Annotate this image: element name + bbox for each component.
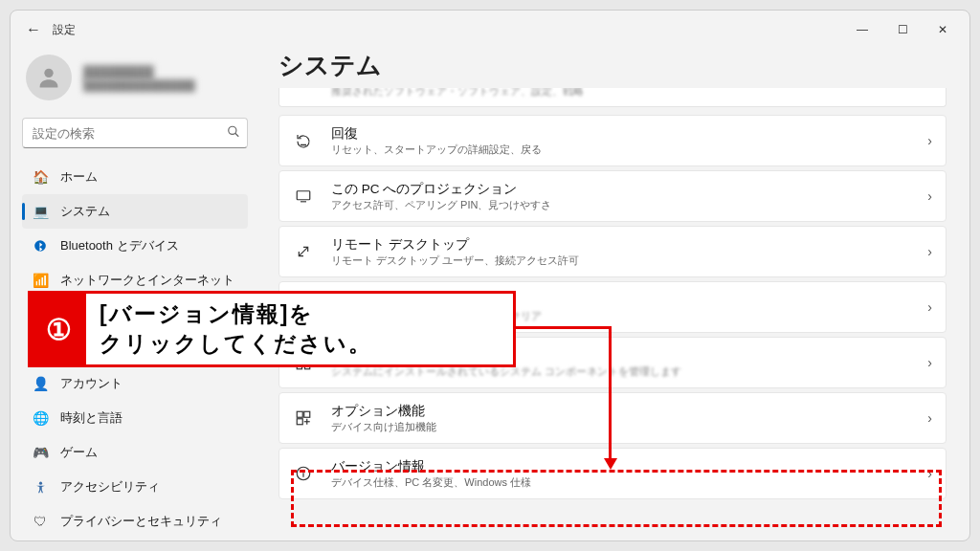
- nav-icon: [32, 239, 49, 253]
- window-controls: ― ☐ ✕: [843, 14, 962, 45]
- nav-label: ゲーム: [60, 444, 98, 461]
- titlebar: ← 設定 ― ☐ ✕: [11, 11, 969, 49]
- row-desc: アクセス許可、ペアリング PIN、見つけやすさ: [331, 198, 551, 212]
- sidebar-item-6[interactable]: 👤アカウント: [22, 366, 248, 401]
- app-title: 設定: [53, 22, 76, 38]
- chevron-right-icon: ›: [927, 188, 932, 204]
- row-desc: リモート デスクトップ ユーザー、接続アクセス許可: [331, 253, 579, 268]
- annotation-callout: ① [バージョン情報]を クリックしてください。: [28, 291, 516, 367]
- search-icon: [227, 125, 240, 142]
- search-wrap: [22, 118, 248, 148]
- nav-label: アカウント: [60, 375, 122, 392]
- chevron-right-icon: ›: [927, 299, 932, 315]
- cast-icon: [293, 187, 314, 205]
- chevron-right-icon: ›: [927, 133, 932, 148]
- nav-icon: 🎮: [32, 445, 49, 460]
- avatar: [26, 55, 72, 100]
- chevron-right-icon: ›: [927, 410, 932, 426]
- annotation-number: ①: [31, 294, 86, 364]
- profile-email: ███████████████: [83, 79, 195, 91]
- partial-desc: 推奨されたソフトウェア・ソフトウェア、設定、戦略: [331, 88, 584, 99]
- svg-point-1: [229, 126, 236, 134]
- info-icon: [293, 465, 314, 482]
- nav-icon: 🛡: [32, 514, 49, 529]
- setting-row-optional[interactable]: オプション機能デバイス向け追加機能›: [278, 392, 947, 444]
- row-desc: リセット、スタートアップの詳細設定、戻る: [331, 143, 542, 157]
- nav-icon: 🏠: [32, 169, 49, 185]
- nav-label: Bluetooth とデバイス: [60, 237, 179, 254]
- partial-previous-row[interactable]: 推奨されたソフトウェア・ソフトウェア、設定、戦略: [278, 88, 947, 107]
- svg-rect-5: [301, 144, 306, 146]
- sidebar-item-0[interactable]: 🏠ホーム: [22, 160, 248, 194]
- row-title: 回復: [331, 125, 542, 143]
- minimize-button[interactable]: ―: [843, 14, 881, 45]
- sidebar-item-8[interactable]: 🎮ゲーム: [22, 435, 248, 470]
- row-title: リモート デスクトップ: [331, 236, 579, 253]
- search-input[interactable]: [22, 118, 248, 148]
- svg-rect-6: [297, 191, 310, 200]
- nav-icon: 📶: [32, 273, 49, 288]
- row-desc: デバイス仕様、PC 名変更、Windows 仕様: [331, 475, 531, 490]
- row-title: オプション機能: [331, 403, 436, 420]
- maximize-button[interactable]: ☐: [883, 14, 922, 45]
- nav-icon: 👤: [32, 376, 49, 391]
- profile-text: ████████ ███████████████: [83, 65, 195, 91]
- nav-label: システム: [60, 203, 110, 220]
- setting-row-recovery[interactable]: 回復リセット、スタートアップの詳細設定、戻る›: [278, 115, 947, 166]
- row-title: バージョン情報: [331, 458, 531, 475]
- svg-rect-16: [304, 411, 310, 417]
- nav-icon: 💻: [32, 204, 49, 219]
- chevron-right-icon: ›: [927, 244, 932, 259]
- settings-window: ← 設定 ― ☐ ✕ ████████ ███████████████: [10, 10, 970, 541]
- setting-row-info[interactable]: バージョン情報デバイス仕様、PC 名変更、Windows 仕様›: [278, 448, 947, 499]
- sidebar-item-2[interactable]: Bluetooth とデバイス: [22, 229, 248, 263]
- sidebar-item-9[interactable]: アクセシビリティ: [22, 470, 248, 504]
- svg-point-22: [302, 470, 304, 472]
- svg-line-8: [299, 247, 307, 255]
- optional-icon: [293, 409, 314, 427]
- svg-rect-15: [297, 411, 302, 417]
- setting-row-cast[interactable]: この PC へのプロジェクションアクセス許可、ペアリング PIN、見つけやすさ›: [278, 170, 947, 222]
- recovery-icon: [293, 132, 314, 149]
- sidebar-item-7[interactable]: 🌐時刻と言語: [22, 401, 248, 435]
- svg-point-0: [44, 69, 53, 77]
- profile-block[interactable]: ████████ ███████████████: [22, 49, 248, 118]
- setting-row-remote[interactable]: リモート デスクトップリモート デスクトップ ユーザー、接続アクセス許可›: [278, 226, 947, 277]
- nav-label: ネットワークとインターネット: [60, 272, 234, 289]
- sidebar-item-10[interactable]: 🛡プライバシーとセキュリティ: [22, 504, 248, 539]
- sidebar-item-11[interactable]: 🔄Windows Update: [22, 539, 248, 540]
- page-title: システム: [278, 49, 947, 82]
- svg-rect-7: [301, 201, 306, 202]
- nav-label: プライバシーとセキュリティ: [60, 513, 222, 530]
- svg-point-4: [38, 481, 41, 484]
- svg-rect-17: [297, 419, 302, 425]
- row-title: この PC へのプロジェクション: [331, 181, 551, 198]
- annotation-text: [バージョン情報]を クリックしてください。: [86, 294, 386, 364]
- chevron-right-icon: ›: [927, 355, 932, 370]
- nav-icon: 🌐: [32, 410, 49, 426]
- remote-icon: [293, 244, 314, 259]
- close-button[interactable]: ✕: [924, 14, 962, 45]
- profile-name: ████████: [83, 65, 195, 79]
- chevron-right-icon: ›: [927, 466, 932, 481]
- sidebar-item-1[interactable]: 💻システム: [22, 194, 248, 229]
- nav-icon: [32, 480, 49, 495]
- nav-label: アクセシビリティ: [60, 478, 160, 496]
- back-button[interactable]: ←: [18, 14, 49, 45]
- row-desc: デバイス向け追加機能: [331, 420, 436, 434]
- svg-line-2: [235, 133, 239, 137]
- nav-label: ホーム: [60, 168, 98, 186]
- nav-label: 時刻と言語: [60, 409, 122, 427]
